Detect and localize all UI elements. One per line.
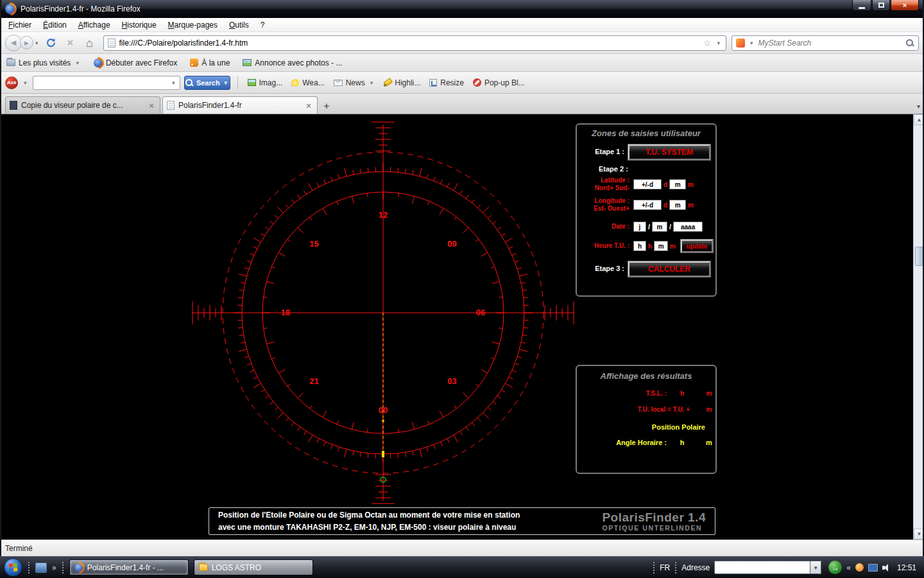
- ask-weather-button[interactable]: Wea...: [289, 78, 327, 87]
- date-month-input[interactable]: [652, 222, 667, 232]
- resize-icon: [429, 79, 437, 87]
- polar-finder-reticle: 1209060300211815: [0, 114, 913, 539]
- bookmark-label: Débuter avec Firefox: [106, 58, 177, 67]
- menu-outils[interactable]: Outils: [223, 19, 255, 31]
- display-settings-icon[interactable]: [868, 564, 878, 572]
- search-box[interactable]: ▾: [732, 35, 919, 51]
- popup-blocker-icon: [473, 78, 481, 87]
- go-button[interactable]: →: [828, 561, 842, 574]
- minimize-button[interactable]: [852, 0, 871, 11]
- menu-marque-pages[interactable]: Marque-pages: [162, 19, 223, 31]
- bookmark-debuter-firefox[interactable]: Débuter avec Firefox: [94, 58, 177, 67]
- calculate-button[interactable]: CALCULER: [628, 261, 710, 277]
- step3-label: Etape 3 :: [579, 265, 624, 273]
- ask-resize-button[interactable]: Resize: [427, 78, 466, 87]
- toolbar-grip[interactable]: [653, 561, 655, 574]
- search-engine-icon: [736, 39, 745, 48]
- home-button[interactable]: ⌂: [81, 35, 98, 51]
- window-buttons: ×: [852, 0, 919, 11]
- bookmark-a-la-une[interactable]: À la une: [190, 58, 230, 67]
- latitude-minutes-input[interactable]: [669, 179, 686, 189]
- longitude-label-line2: Est- Ouest+: [594, 205, 629, 212]
- latitude-degrees-input[interactable]: [633, 179, 662, 189]
- tray-app-icon[interactable]: [855, 563, 864, 572]
- ask-search-input[interactable]: ▾: [33, 76, 180, 90]
- task-button-polarisfinder[interactable]: PolarisFinder1.4-fr - ...: [69, 559, 189, 575]
- ask-popup-blocker-button[interactable]: Pop-up Bl...: [470, 78, 527, 87]
- back-forward-group: ◀ ▶ ▾: [5, 35, 40, 51]
- longitude-degrees-input[interactable]: [633, 200, 662, 210]
- task-button-logs-astro[interactable]: LOGS ASTRO: [194, 559, 313, 575]
- menu-bar: Fichier Édition Affichage Historique Mar…: [0, 18, 924, 32]
- news-icon: [334, 80, 343, 86]
- tab-close-icon[interactable]: ×: [147, 101, 156, 110]
- address-band-dropdown[interactable]: ▾: [810, 561, 821, 574]
- history-dropdown[interactable]: ▾: [35, 40, 38, 46]
- brand-block: PolarisFinder 1.4 OPTIQUE UNTERLINDEN: [602, 511, 706, 532]
- url-text[interactable]: file:///C:/Polaire/polarisfinder1.4-fr.h…: [119, 39, 699, 48]
- ask-logo-dropdown[interactable]: ▾: [24, 80, 27, 86]
- autocomplete-dropdown[interactable]: ▾: [717, 40, 720, 46]
- toolbar-grip[interactable]: [674, 561, 677, 574]
- bookmark-star-icon[interactable]: ☆: [703, 38, 712, 48]
- toolbar-grip[interactable]: [28, 561, 30, 574]
- tab-copie-viseur[interactable]: Copie du viseur polaire de c... ×: [5, 96, 160, 114]
- volume-icon[interactable]: [882, 564, 891, 572]
- list-all-tabs-icon[interactable]: ▾: [917, 103, 920, 110]
- time-hour-input[interactable]: [633, 241, 646, 251]
- task-label: LOGS ASTRO: [212, 563, 261, 572]
- close-button[interactable]: ×: [891, 0, 919, 11]
- quick-launch-overflow-icon[interactable]: »: [52, 563, 56, 572]
- update-button[interactable]: update: [681, 240, 713, 252]
- bookmark-annonce-photos[interactable]: Annonce avec photos - ...: [243, 58, 342, 67]
- ask-input-dropdown[interactable]: ▾: [172, 80, 175, 86]
- reload-button[interactable]: [43, 35, 60, 51]
- bookmark-les-plus-visites[interactable]: Les plus visités ▾: [6, 58, 81, 67]
- ask-news-button[interactable]: News ▾: [331, 78, 378, 87]
- menu-fichier[interactable]: Fichier: [3, 19, 37, 31]
- stop-button[interactable]: ×: [62, 35, 79, 51]
- date-year-input[interactable]: [673, 222, 703, 232]
- windows-flag-icon: [9, 563, 18, 572]
- time-minute-input[interactable]: [654, 241, 668, 251]
- tab-polarisfinder[interactable]: PolarisFinder1.4-fr ×: [162, 96, 318, 114]
- forward-button[interactable]: ▶: [20, 36, 33, 49]
- menu-affichage[interactable]: Affichage: [73, 19, 116, 31]
- site-icon: [108, 39, 116, 48]
- search-input[interactable]: [758, 39, 902, 48]
- menu-edition[interactable]: Édition: [37, 19, 73, 31]
- search-icon[interactable]: [905, 39, 914, 48]
- ask-logo-icon[interactable]: Ask: [5, 76, 18, 89]
- tu-local-minutes-unit: m: [695, 406, 723, 413]
- menu-historique[interactable]: Historique: [116, 19, 162, 31]
- angle-horaire-label: Angle Horaire :: [579, 439, 669, 446]
- menu-aide[interactable]: ?: [255, 19, 271, 31]
- back-icon: ◀: [11, 39, 16, 47]
- address-bar[interactable]: file:///C:/Polaire/polarisfinder1.4-fr.h…: [103, 35, 726, 51]
- toolbar-grip[interactable]: [62, 561, 64, 574]
- ask-images-button[interactable]: Imag...: [245, 78, 286, 87]
- tab-close-icon[interactable]: ×: [304, 101, 313, 110]
- maximize-button[interactable]: [872, 0, 890, 11]
- new-tab-button[interactable]: +: [320, 98, 334, 112]
- address-band-input[interactable]: [714, 561, 810, 574]
- maximize-icon: [878, 3, 884, 8]
- svg-text:15: 15: [309, 239, 318, 249]
- highlighter-icon: [384, 79, 391, 87]
- images-icon: [248, 79, 256, 86]
- ask-search-button[interactable]: Search ▾: [184, 76, 230, 90]
- longitude-minutes-input[interactable]: [669, 200, 686, 210]
- footer-line2: avec une monture TAKAHASHI P2-Z, EM-10, …: [218, 523, 516, 532]
- collapse-tray-icon[interactable]: «: [846, 563, 851, 572]
- start-button[interactable]: [4, 558, 22, 577]
- ask-highlight-button[interactable]: Highli...: [381, 78, 423, 87]
- status-bar: Terminé: [0, 539, 924, 556]
- search-engine-dropdown[interactable]: ▾: [750, 40, 753, 46]
- address-band-label: Adresse: [681, 563, 710, 572]
- quick-launch-icon[interactable]: [35, 563, 47, 573]
- date-day-input[interactable]: [633, 222, 646, 232]
- language-indicator[interactable]: FR: [660, 563, 670, 572]
- toolbar-separator: [237, 76, 238, 89]
- tu-system-button[interactable]: T.U. SYSTEM: [628, 144, 710, 160]
- svg-text:18: 18: [281, 308, 290, 317]
